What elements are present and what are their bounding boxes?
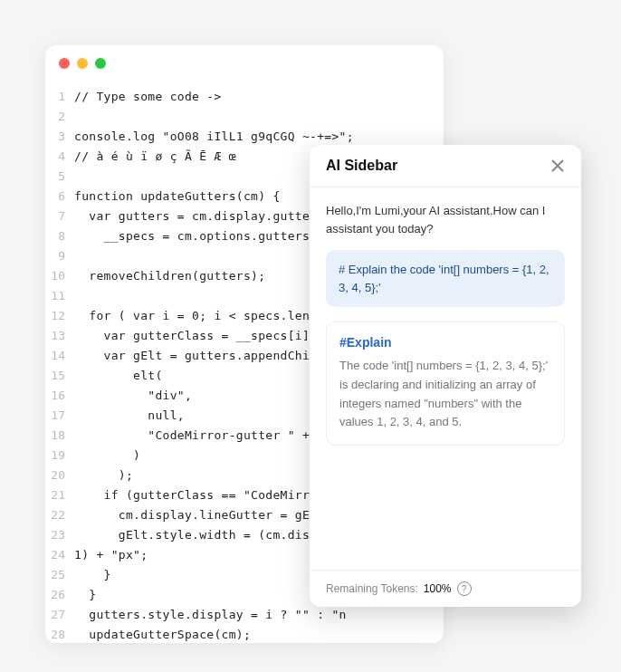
line-number-gutter: 1 2 3 4 5 6 7 8 9 10 11 12 13 14 15 16 1… bbox=[45, 87, 74, 643]
sidebar-body: Hello,I'm Lumi,your AI assistant.How can… bbox=[310, 187, 581, 570]
sidebar-header: AI Sidebar bbox=[310, 145, 581, 187]
explain-body: The code 'int[] numbers = {1, 2, 3, 4, 5… bbox=[339, 357, 551, 432]
minimize-window-button[interactable] bbox=[77, 58, 88, 69]
ai-sidebar-panel: AI Sidebar Hello,I'm Lumi,your AI assist… bbox=[310, 145, 581, 607]
sidebar-title: AI Sidebar bbox=[326, 158, 397, 174]
explain-card: #Explain The code 'int[] numbers = {1, 2… bbox=[326, 322, 565, 446]
greeting-text: Hello,I'm Lumi,your AI assistant.How can… bbox=[326, 202, 565, 237]
close-window-button[interactable] bbox=[59, 58, 70, 69]
close-icon[interactable] bbox=[550, 158, 565, 173]
tokens-label: Remaining Tokens: bbox=[326, 582, 418, 595]
tokens-percent: 100% bbox=[424, 582, 452, 595]
window-titlebar bbox=[45, 45, 444, 82]
user-prompt-bubble: # Explain the code 'int[] numbers = {1, … bbox=[326, 250, 565, 307]
explain-tag: #Explain bbox=[339, 335, 551, 350]
maximize-window-button[interactable] bbox=[95, 58, 106, 69]
sidebar-footer: Remaining Tokens: 100% ? bbox=[310, 570, 581, 607]
help-icon[interactable]: ? bbox=[457, 581, 472, 596]
